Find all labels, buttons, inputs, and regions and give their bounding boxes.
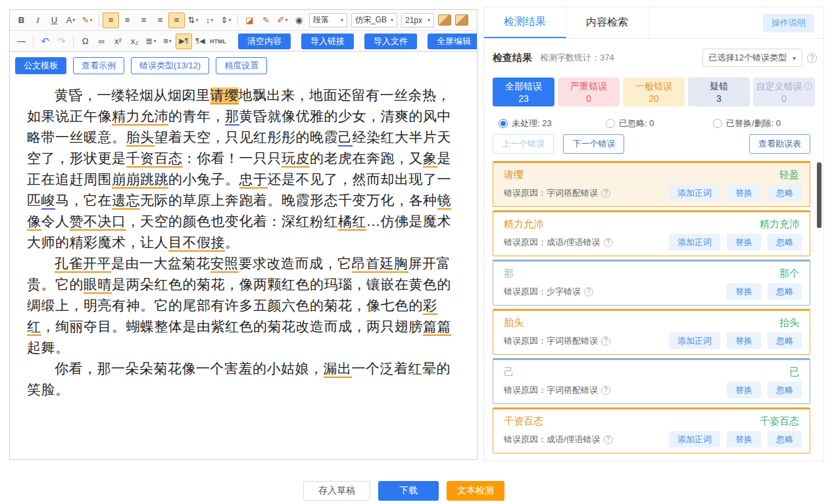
error-word[interactable]: 遗忘	[112, 193, 140, 210]
special-char-icon[interactable]: Ω	[77, 34, 93, 49]
help-icon[interactable]: ?	[807, 53, 817, 63]
import-file-button[interactable]: 导入文件	[364, 34, 417, 49]
reason-help-icon[interactable]: ?	[601, 386, 610, 395]
eraser-icon[interactable]: ◪	[241, 12, 258, 28]
insert-album-icon[interactable]	[455, 14, 468, 26]
error-word[interactable]: 目不假接	[168, 235, 225, 252]
import-link-button[interactable]: 导入链接	[301, 34, 354, 49]
error-word[interactable]: 玩皮	[282, 150, 310, 168]
card-ignore-button[interactable]: 忽略	[768, 283, 802, 300]
reason-help-icon[interactable]: ?	[584, 287, 593, 296]
underline-icon[interactable]: U	[46, 12, 62, 28]
error-card[interactable]: 己已错误原因：字词搭配错误?替换忽略	[493, 358, 810, 404]
align-left-icon[interactable]: ≡	[103, 12, 119, 28]
card-add-button[interactable]: 添加正词	[669, 234, 720, 250]
fullscreen-edit-button[interactable]: 全屏编辑	[428, 34, 477, 49]
align-right-icon[interactable]: ≡	[135, 12, 152, 28]
error-word[interactable]: 漏出	[324, 361, 352, 378]
undo-icon[interactable]: ↶	[37, 34, 53, 49]
error-word[interactable]: 篇篇	[423, 319, 451, 336]
error-word[interactable]: 赞不决口	[70, 214, 126, 231]
bullet-list-icon[interactable]: ≡▾	[159, 34, 176, 49]
stat-chip-severe[interactable]: 严重错误0	[558, 78, 620, 106]
card-add-button[interactable]: 添加正词	[669, 332, 720, 349]
card-replace-button[interactable]: 替换	[727, 431, 761, 447]
card-replace-button[interactable]: 替换	[727, 382, 761, 398]
size-select[interactable]: 21px▾	[401, 13, 434, 28]
error-word[interactable]: 己	[338, 129, 353, 147]
errata-button[interactable]: 查看勘误表	[749, 134, 810, 154]
superscript-icon[interactable]: x²	[110, 34, 126, 49]
filter-replaced[interactable]: 已替换/删除: 0	[713, 118, 781, 129]
error-word[interactable]: 那	[225, 108, 239, 126]
error-word[interactable]: 橘红	[338, 214, 366, 231]
align-center-icon[interactable]: ≡	[119, 12, 135, 28]
card-replace-button[interactable]: 替换	[727, 185, 761, 201]
error-word[interactable]: 眼晴	[84, 277, 112, 294]
stat-chip-all[interactable]: 全部错误23	[493, 78, 554, 106]
error-card[interactable]: 千资百态千姿百态错误原因：成语/俚语错误?添加正词替换忽略	[493, 407, 810, 453]
error-word[interactable]: 昂首廷胸	[352, 256, 408, 273]
save-draft-button[interactable]: 存入草稿	[303, 481, 370, 501]
download-button[interactable]: 下载	[378, 481, 439, 501]
card-replace-button[interactable]: 替换	[727, 332, 761, 349]
card-ignore-button[interactable]: 忽略	[768, 332, 802, 349]
indent-icon[interactable]: ≡	[168, 12, 185, 28]
editor-content[interactable]: 黄昏，一缕轻烟从烟囱里请缨地飘出来，地面还留有一丝余热，如果说正午像精力允沛的青…	[10, 80, 477, 400]
card-replace-button[interactable]: 替换	[727, 283, 761, 300]
clean-format-icon[interactable]: ✎	[258, 12, 274, 28]
error-types-button[interactable]: 错误类型(13/12)	[131, 57, 209, 74]
redo-icon[interactable]: ↷	[53, 34, 70, 49]
error-type-select[interactable]: 已选择12个错误类型 ▾	[702, 49, 803, 67]
error-card[interactable]: 那那个错误原因：少字错误?替换忽略	[493, 260, 810, 306]
instructions-button[interactable]: 操作说明	[763, 14, 814, 32]
error-word[interactable]: 胎头	[126, 129, 155, 147]
card-add-button[interactable]: 添加正词	[669, 185, 720, 201]
card-ignore-button[interactable]: 忽略	[768, 234, 802, 250]
html-source-icon[interactable]: HTML	[208, 34, 228, 49]
error-word[interactable]: 孔雀开平	[55, 256, 111, 273]
precision-button[interactable]: 精度设置	[216, 57, 267, 74]
subscript-icon[interactable]: x₂	[126, 34, 143, 49]
link-icon[interactable]: ∞	[93, 34, 110, 49]
rtl-paragraph-icon[interactable]: ¶◀	[192, 34, 208, 49]
align-justify-icon[interactable]: ≡	[152, 12, 168, 28]
line-height-icon[interactable]: ⇕▾	[218, 12, 234, 28]
find-replace-icon[interactable]: ◉	[291, 12, 307, 28]
prev-error-button[interactable]: 上一个错误	[493, 134, 554, 154]
insert-image-icon[interactable]	[438, 14, 451, 26]
filter-unprocessed[interactable]: 未处理: 23	[499, 118, 606, 129]
stat-chip-general[interactable]: 一般错误20	[623, 78, 685, 106]
ltr-paragraph-icon[interactable]: ▶¶	[176, 34, 192, 49]
reason-help-icon[interactable]: ?	[604, 238, 613, 247]
example-button[interactable]: 查看示例	[73, 57, 124, 74]
ordered-list-icon[interactable]: ≣▾	[143, 34, 159, 49]
highlight-pen-icon[interactable]: ✎▾	[79, 12, 95, 28]
font-select[interactable]: 仿宋_GB▾	[351, 13, 397, 28]
template-button[interactable]: 公文模板	[15, 57, 66, 74]
stat-chip-custom[interactable]: 自定义错误?0	[753, 78, 815, 106]
card-replace-button[interactable]: 替换	[727, 234, 761, 250]
error-word[interactable]: 千资百态	[126, 150, 183, 168]
stat-chip-doubt[interactable]: 疑错3	[688, 78, 750, 106]
paragraph-select[interactable]: 段落▾	[309, 13, 347, 28]
error-card[interactable]: 精力允沛精力充沛错误原因：成语/俚语错误?添加正词替换忽略	[493, 210, 810, 256]
card-ignore-button[interactable]: 忽略	[768, 185, 802, 201]
error-word[interactable]: 崩崩跳跳	[112, 172, 168, 189]
card-add-button[interactable]: 添加正词	[669, 431, 720, 447]
next-error-button[interactable]: 下一个错误	[563, 134, 624, 154]
error-card[interactable]: 请缨轻盈错误原因：字词搭配错误?添加正词替换忽略	[493, 161, 810, 207]
filter-ignored[interactable]: 已忽略: 0	[606, 118, 713, 129]
italic-icon[interactable]: I	[30, 12, 46, 28]
paragraph-spacing-icon[interactable]: ⇅▾	[185, 12, 201, 28]
reason-help-icon[interactable]: ?	[601, 189, 610, 198]
card-ignore-button[interactable]: 忽略	[768, 382, 802, 398]
error-word[interactable]: 忠于	[239, 172, 268, 189]
text-detect-button[interactable]: 文本检测	[447, 481, 504, 501]
reason-help-icon[interactable]: ?	[601, 336, 610, 346]
error-word[interactable]: 精力允沛	[112, 108, 168, 126]
tab-content-search[interactable]: 内容检索	[566, 7, 649, 38]
clear-content-button[interactable]: 清空内容	[238, 34, 291, 49]
format-painter-icon[interactable]: ✐▾	[274, 12, 291, 28]
scrollbar-thumb[interactable]	[817, 162, 822, 228]
